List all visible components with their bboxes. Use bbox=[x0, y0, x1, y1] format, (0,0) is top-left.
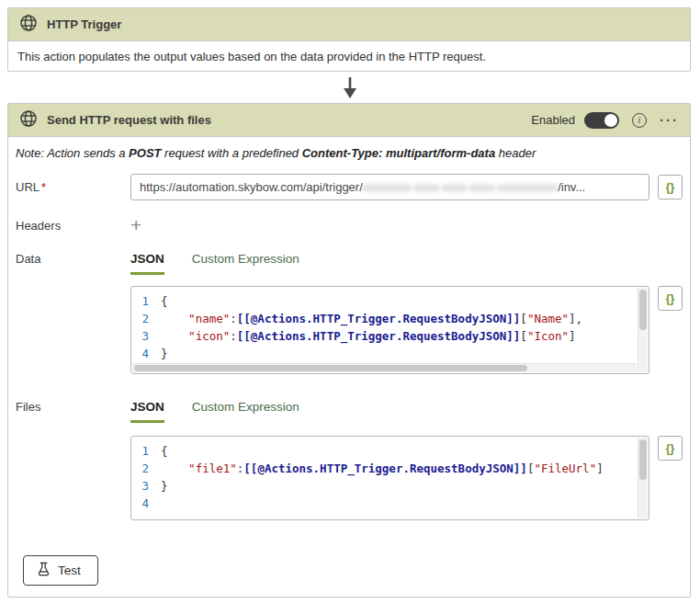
data-tabs: JSON Custom Expression bbox=[130, 252, 299, 275]
url-value-suffix: /inv... bbox=[558, 180, 585, 194]
note-bold-content-type: Content-Type: multipart/form-data bbox=[302, 146, 495, 160]
test-button-label: Test bbox=[58, 564, 81, 577]
flask-icon bbox=[37, 562, 51, 579]
action-card-header: Send HTTP request with files Enabled i ·… bbox=[8, 104, 690, 137]
files-row: Files JSON Custom Expression bbox=[8, 400, 690, 423]
files-label: Files bbox=[16, 400, 130, 414]
url-value-redacted: xxxxxxxx-xxxx-xxxx-xxxx-xxxxxxxxxx bbox=[363, 180, 558, 194]
note-text: Note: Action sends a bbox=[16, 146, 129, 160]
data-label: Data bbox=[16, 252, 130, 266]
scrollbar-thumb[interactable] bbox=[639, 290, 647, 330]
vertical-scrollbar[interactable] bbox=[638, 438, 648, 519]
headers-label: Headers bbox=[16, 219, 130, 233]
tab-custom-expression[interactable]: Custom Expression bbox=[192, 252, 299, 275]
trigger-description: This action populates the output values … bbox=[8, 41, 690, 72]
test-button[interactable]: Test bbox=[23, 555, 98, 586]
http-trigger-card: HTTP Trigger This action populates the o… bbox=[7, 7, 691, 72]
data-editor-row: 1{2 "name":[[@Actions.HTTP_Trigger.Reque… bbox=[8, 286, 690, 374]
globe-icon bbox=[19, 109, 38, 131]
url-expression-builder-button[interactable]: {} bbox=[658, 175, 683, 199]
toggle-knob bbox=[604, 114, 617, 127]
send-http-request-card: Send HTTP request with files Enabled i ·… bbox=[7, 103, 691, 598]
data-json-editor[interactable]: 1{2 "name":[[@Actions.HTTP_Trigger.Reque… bbox=[130, 286, 649, 374]
data-expression-builder-button[interactable]: {} bbox=[658, 286, 683, 311]
scrollbar-thumb[interactable] bbox=[639, 439, 647, 480]
http-trigger-card-header: HTTP Trigger bbox=[8, 8, 690, 41]
note-text: header bbox=[495, 146, 536, 160]
tab-custom-expression[interactable]: Custom Expression bbox=[192, 400, 299, 423]
add-header-button[interactable]: + bbox=[130, 217, 141, 234]
url-row: URL* https://automation.skybow.com/api/t… bbox=[8, 174, 690, 200]
globe-icon bbox=[19, 14, 38, 36]
test-row: Test bbox=[23, 555, 690, 586]
data-row: Data JSON Custom Expression bbox=[8, 252, 690, 275]
url-label: URL* bbox=[16, 180, 130, 194]
required-marker: * bbox=[41, 180, 46, 194]
enabled-label: Enabled bbox=[531, 113, 575, 127]
flow-arrow-icon bbox=[342, 77, 358, 99]
files-json-editor[interactable]: 1{2 "file1":[[@Actions.HTTP_Trigger.Requ… bbox=[130, 436, 649, 520]
files-tabs: JSON Custom Expression bbox=[130, 400, 299, 423]
headers-row: Headers + bbox=[8, 213, 690, 237]
url-value-prefix: https://automation.skybow.com/api/trigge… bbox=[140, 180, 363, 194]
scrollbar-thumb[interactable] bbox=[134, 365, 527, 371]
tab-json[interactable]: JSON bbox=[130, 400, 164, 423]
action-note: Note: Action sends a POST request with a… bbox=[16, 146, 683, 163]
horizontal-scrollbar[interactable] bbox=[132, 363, 637, 372]
note-bold-post: POST bbox=[129, 146, 161, 160]
files-editor-row: 1{2 "file1":[[@Actions.HTTP_Trigger.Requ… bbox=[8, 436, 690, 520]
enabled-toggle[interactable] bbox=[584, 112, 619, 129]
action-card-title: Send HTTP request with files bbox=[47, 113, 211, 127]
files-expression-builder-button[interactable]: {} bbox=[658, 436, 683, 461]
url-input[interactable]: https://automation.skybow.com/api/trigge… bbox=[130, 174, 649, 200]
vertical-scrollbar[interactable] bbox=[638, 288, 648, 372]
tab-json[interactable]: JSON bbox=[130, 252, 164, 275]
note-text: request with a predefined bbox=[162, 146, 302, 160]
more-options-button[interactable]: ··· bbox=[660, 116, 679, 125]
info-icon[interactable]: i bbox=[632, 113, 647, 128]
trigger-card-title: HTTP Trigger bbox=[47, 17, 121, 31]
